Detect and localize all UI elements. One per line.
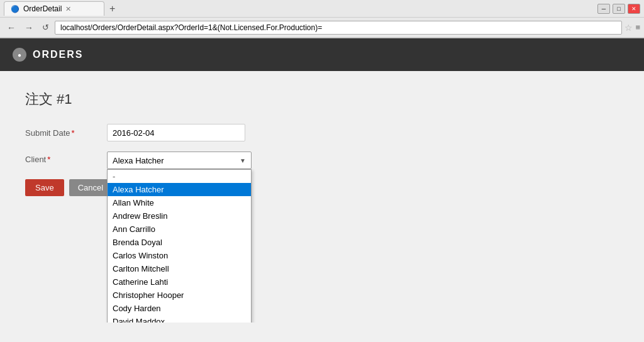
dropdown-item[interactable]: Brenda Doyal — [108, 236, 251, 249]
chevron-down-icon: ▼ — [240, 157, 246, 164]
submit-date-label: Submit Date* — [25, 128, 101, 138]
browser-chrome: 🔵 OrderDetail ✕ + ─ □ ✕ ← → ↺ ☆ ≡ — [0, 0, 644, 38]
refresh-button[interactable]: ↺ — [39, 21, 52, 33]
dropdown-item[interactable]: Catherine Lahti — [108, 275, 251, 289]
tab-title: OrderDetail — [23, 4, 62, 13]
app-title: ORDERS — [33, 49, 83, 60]
client-select-wrapper: Alexa Hatcher ▼ -Alexa HatcherAllan Whit… — [107, 152, 252, 169]
address-bar[interactable] — [55, 21, 622, 35]
client-required-marker: * — [47, 155, 50, 164]
nav-bar: ← → ↺ ☆ ≡ — [0, 18, 644, 38]
logo-icon: ● — [18, 52, 21, 58]
client-row: Client* Alexa Hatcher ▼ -Alexa HatcherAl… — [25, 152, 619, 169]
dropdown-item[interactable]: David Maddox — [108, 315, 251, 323]
dropdown-item[interactable]: Ann Carrillo — [108, 223, 251, 236]
dropdown-item-blank[interactable]: - — [108, 170, 251, 183]
tab-close-button[interactable]: ✕ — [65, 5, 71, 13]
close-button[interactable]: ✕ — [628, 4, 640, 14]
dropdown-item[interactable]: Christopher Hooper — [108, 289, 251, 302]
selected-client-text: Alexa Hatcher — [113, 156, 164, 165]
dropdown-item[interactable]: Carlos Winston — [108, 249, 251, 262]
dropdown-item[interactable]: Allan White — [108, 196, 251, 209]
dropdown-item[interactable]: Alexa Hatcher — [108, 183, 251, 196]
window-controls: ─ □ ✕ — [597, 4, 640, 14]
required-marker: * — [72, 128, 75, 138]
submit-date-row: Submit Date* — [25, 124, 619, 141]
tab-icon: 🔵 — [11, 5, 19, 13]
page-heading: 注文 #1 — [25, 90, 619, 109]
save-button[interactable]: Save — [25, 179, 64, 196]
extension-button[interactable]: ≡ — [635, 23, 640, 32]
maximize-button[interactable]: □ — [613, 4, 625, 14]
client-label: Client* — [25, 152, 101, 164]
forward-button[interactable]: → — [21, 21, 36, 34]
submit-date-input[interactable] — [107, 124, 245, 141]
back-button[interactable]: ← — [4, 21, 19, 34]
bookmark-button[interactable]: ☆ — [625, 23, 633, 33]
dropdown-item[interactable]: Cody Harden — [108, 302, 251, 315]
dropdown-item[interactable]: Andrew Breslin — [108, 209, 251, 223]
dropdown-item[interactable]: Carlton Mitchell — [108, 262, 251, 275]
minimize-button[interactable]: ─ — [597, 4, 610, 14]
cancel-button[interactable]: Cancel — [69, 179, 112, 196]
client-select[interactable]: Alexa Hatcher ▼ — [107, 152, 252, 169]
new-tab-button[interactable]: + — [107, 3, 118, 14]
title-bar: 🔵 OrderDetail ✕ + ─ □ ✕ — [0, 0, 644, 18]
app-logo: ● — [13, 48, 26, 62]
browser-tab[interactable]: 🔵 OrderDetail ✕ — [4, 1, 104, 16]
page-content: 注文 #1 Submit Date* Client* Alexa Hatcher… — [0, 71, 644, 323]
app-header: ● ORDERS — [0, 38, 644, 71]
client-dropdown-list[interactable]: -Alexa HatcherAllan WhiteAndrew BreslinA… — [107, 169, 252, 323]
